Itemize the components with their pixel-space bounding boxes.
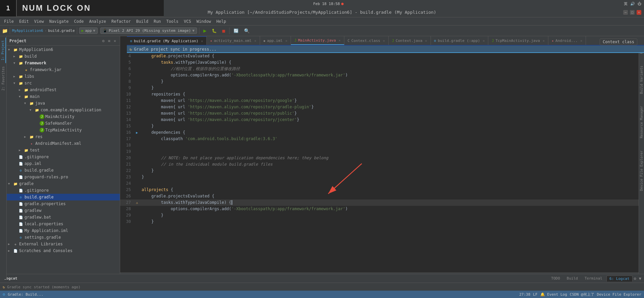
- tab-build[interactable]: Build: [564, 276, 581, 282]
- lang-indicator[interactable]: 英: [624, 1, 628, 6]
- tab-app-iml[interactable]: ◆ app.iml ✕: [260, 36, 291, 45]
- tree-item-manifest[interactable]: ▶ ✦ AndroidManifest.xml: [7, 140, 120, 147]
- code-line-28: 28 options.compilerArgs.add('-Xbootclass…: [120, 206, 639, 212]
- tab-logcat[interactable]: 6: Logcat: [606, 276, 633, 282]
- device-dropdown[interactable]: 📱 Pixel 2 API 29 (Missing system image) …: [100, 27, 197, 34]
- tree-item-local-props[interactable]: ▶ 📄 local.properties: [7, 221, 120, 227]
- tree-item-ext-libs[interactable]: ▶ ◈ External Libraries: [7, 241, 120, 247]
- menu-view[interactable]: View: [32, 18, 47, 24]
- tree-item-androidtest[interactable]: ▶ 📁 androidTest: [7, 86, 120, 93]
- tab-context-class[interactable]: C Context.class ✕: [344, 36, 389, 45]
- tab-mainactivity[interactable]: J MainActivity.java ✕: [291, 36, 344, 45]
- tree-item-build-gradle-app[interactable]: ▶ ⚙ build.gradle: [7, 167, 120, 174]
- resource-manager-btn[interactable]: Resource Manager: [639, 103, 644, 141]
- search-button[interactable]: 🔍: [242, 27, 252, 34]
- device-label: Pixel 2 API 29 (Missing system image): [109, 28, 191, 33]
- menu-refactor[interactable]: Refactor: [109, 18, 134, 24]
- tab-todo[interactable]: TODO: [548, 276, 563, 282]
- tree-item-libs[interactable]: ▶ 📁 libs: [7, 73, 120, 80]
- tree-item-gitignore-src[interactable]: ▶ 📄 .gitignore: [7, 154, 120, 160]
- tab-build-gradle-main[interactable]: ⚙ build.gradle (My Application) ✕: [127, 36, 207, 45]
- tab-close-app-iml[interactable]: ✕: [285, 39, 287, 43]
- tree-item-scratches[interactable]: ▶ 📄 Scratches and Consoles: [7, 247, 120, 254]
- editor-content[interactable]: 4 gradle.projectsEvaluated { 5 tasks.wit…: [120, 53, 639, 274]
- menu-file[interactable]: File: [1, 18, 16, 24]
- close-button[interactable]: ✕: [637, 10, 641, 15]
- menu-vcs[interactable]: VCS: [181, 18, 194, 24]
- tree-item-framework[interactable]: ▼ 📁 framework: [7, 60, 120, 66]
- menu-analyze[interactable]: Analyze: [86, 18, 109, 24]
- tree-item-framework-jar[interactable]: ▶ ◈ framework.jar: [7, 66, 120, 73]
- run-button[interactable]: ▶: [201, 27, 209, 35]
- line-num-20: 20: [120, 155, 134, 161]
- title-bar-controls: — □ ✕: [623, 10, 641, 15]
- tree-item-build[interactable]: ▶ 📁 build: [7, 53, 120, 60]
- tab-close-build-gradle-app[interactable]: ✕: [483, 39, 485, 43]
- tab-context-java[interactable]: J Context.java ✕: [389, 36, 431, 45]
- tree-item-gradlew[interactable]: ▶ 📄 gradlew: [7, 207, 120, 214]
- sync-button[interactable]: 🔄: [232, 28, 241, 34]
- tab-close-context-java[interactable]: ✕: [425, 39, 427, 43]
- tab-android-manifest[interactable]: ✦ Android... ✕: [548, 36, 586, 45]
- tree-item-proguard[interactable]: ▶ 📄 proguard-rules.pro: [7, 174, 120, 180]
- tree-item-settings-gradle[interactable]: ▶ ⚙ settings.gradle: [7, 234, 120, 241]
- menu-code[interactable]: Code: [71, 18, 87, 24]
- tab-tcpmainactivity[interactable]: J TcpMainActivity.java ✕: [488, 36, 548, 45]
- debug-button[interactable]: 🐛: [210, 28, 219, 34]
- menu-tools[interactable]: Tools: [164, 18, 181, 24]
- numlock-text: NUM LOCK ON: [17, 3, 91, 13]
- menu-help[interactable]: Help: [214, 18, 229, 24]
- sidebar-collapse-btn[interactable]: ≡: [107, 38, 111, 44]
- volume-icon[interactable]: 🔊: [630, 2, 635, 6]
- sidebar-close-btn[interactable]: ✕: [113, 38, 117, 44]
- build-variants-btn[interactable]: Build Variants: [639, 63, 644, 97]
- tab-close-context-class[interactable]: ✕: [383, 39, 385, 43]
- menu-navigate[interactable]: Navigate: [47, 18, 71, 24]
- menu-window[interactable]: Window: [194, 18, 213, 24]
- gradle-sync-text: Gradle sync started (moments ago): [7, 285, 81, 289]
- toolbar-sep-3: [199, 27, 199, 34]
- stop-button[interactable]: ■: [220, 27, 227, 34]
- tree-item-gradlew-bat[interactable]: ▶ 📄 gradlew.bat: [7, 214, 120, 221]
- tree-item-main[interactable]: ▼ 📁 main: [7, 93, 120, 100]
- menu-run[interactable]: Run: [151, 18, 164, 24]
- tree-item-tcpmainactivity[interactable]: ▶ J TcpMainActivity: [7, 127, 120, 133]
- tab-close-build-gradle-main[interactable]: ✕: [201, 39, 203, 43]
- tab-close-android[interactable]: ✕: [580, 39, 582, 43]
- tab-close-tcp[interactable]: ✕: [543, 39, 545, 43]
- tab-close-mainactivity[interactable]: ✕: [339, 39, 341, 42]
- tab-build-gradle-app[interactable]: ⚙ build.gradle (:app) ✕: [431, 36, 489, 45]
- project-panel-btn[interactable]: 1: Project: [0, 38, 6, 63]
- tree-item-gitignore-root[interactable]: ▶ 📄 .gitignore: [7, 187, 120, 194]
- menu-edit[interactable]: Edit: [16, 18, 32, 24]
- event-log-btn[interactable]: 🔔 Event Log: [540, 292, 567, 297]
- sidebar-settings-btn[interactable]: ⚙: [101, 38, 105, 44]
- tree-item-root[interactable]: ▼ 📁 MyApplication6: [7, 46, 120, 53]
- tree-item-mainactivity[interactable]: ▶ J MainActivity: [7, 113, 120, 120]
- tree-item-gradle-props[interactable]: ▶ 📄 gradle.properties: [7, 200, 120, 207]
- tree-item-test[interactable]: ▶ 📁 test: [7, 147, 120, 154]
- power-icon[interactable]: ⏻: [638, 2, 641, 6]
- device-explorer-btn[interactable]: Device File Explorer: [639, 148, 644, 193]
- tab-terminal[interactable]: Terminal: [582, 276, 605, 282]
- tree-item-res[interactable]: ▶ 📁 res: [7, 133, 120, 140]
- tab-activity-main-xml[interactable]: ✦ activity_main.xml ✕: [207, 36, 260, 45]
- file-icon-local-props: 📄: [18, 221, 23, 227]
- tab-close-activity[interactable]: ✕: [254, 39, 256, 43]
- tree-item-package[interactable]: ▼ 📁 com.example.myapplication: [7, 107, 120, 113]
- tree-item-gradle-folder[interactable]: ▼ 📁 gradle: [7, 180, 120, 187]
- run-config-dropdown[interactable]: ▶ app ▼: [79, 27, 98, 34]
- menu-build[interactable]: Build: [134, 18, 151, 24]
- tree-item-safehandler[interactable]: ▶ J SafeHandler: [7, 120, 120, 127]
- tree-item-src[interactable]: ▼ 📁 src: [7, 80, 120, 86]
- tree-item-app-iml[interactable]: ▶ 📄 app.iml: [7, 160, 120, 167]
- minimize-button[interactable]: —: [623, 10, 628, 15]
- hide-icon-bottom[interactable]: ▼: [638, 276, 643, 281]
- maximize-button[interactable]: □: [630, 10, 635, 15]
- tree-item-myapp-iml[interactable]: ▶ 📄 My Application.iml: [7, 227, 120, 234]
- project-structure-icon[interactable]: 📁: [2, 28, 8, 34]
- favorites-panel-btn[interactable]: 2: Favorites: [1, 64, 6, 93]
- tree-item-build-gradle-root[interactable]: ▶ ⚙ build.gradle: [7, 194, 120, 200]
- settings-icon-bottom[interactable]: ⚙: [633, 276, 638, 281]
- tree-item-java[interactable]: ▼ 📁 java: [7, 100, 120, 107]
